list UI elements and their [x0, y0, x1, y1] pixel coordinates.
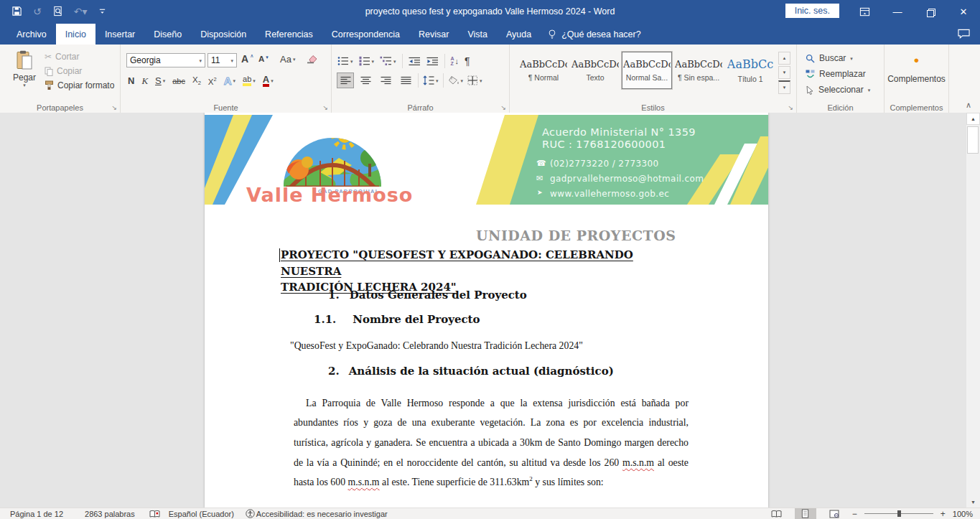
- styles-gallery-more[interactable]: ▼: [778, 80, 790, 94]
- increase-indent-button[interactable]: [426, 57, 439, 66]
- show-marks-button[interactable]: ¶: [465, 55, 470, 67]
- style-sin-espaciado[interactable]: AaBbCcDc¶ Sin espa...: [673, 52, 724, 89]
- spellcheck-word: m.s.n.m: [622, 457, 654, 468]
- tab-diseno[interactable]: Diseño: [144, 24, 191, 45]
- shrink-font-button[interactable]: A▾: [258, 55, 269, 63]
- shading-button[interactable]: ▾: [448, 75, 464, 85]
- close-button[interactable]: ✕: [947, 0, 980, 24]
- proofing-icon[interactable]: [149, 510, 160, 518]
- font-size-combo[interactable]: 11▾: [207, 53, 237, 67]
- select-button[interactable]: Seleccionar▾: [806, 82, 870, 98]
- tab-archivo[interactable]: Archivo: [7, 24, 56, 45]
- comments-icon[interactable]: [958, 29, 970, 39]
- document-page[interactable]: GAD PARROQUIAL Valle Hermoso Acuerdo Min…: [205, 113, 768, 508]
- font-dialog-launcher[interactable]: ↘: [322, 104, 328, 111]
- find-button[interactable]: Buscar▾: [806, 50, 870, 66]
- print-preview-icon[interactable]: [52, 6, 63, 17]
- project-name-quote: "QuesoFest y ExpoGanado: Celebrando Nues…: [290, 340, 583, 352]
- addins-button[interactable]: ● Complementos: [885, 55, 948, 84]
- document-area[interactable]: GAD PARROQUIAL Valle Hermoso Acuerdo Min…: [0, 113, 980, 508]
- tab-correspondencia[interactable]: Correspondencia: [322, 24, 409, 45]
- clipboard-dialog-launcher[interactable]: ↘: [111, 104, 117, 111]
- clear-format-icon[interactable]: [306, 54, 317, 64]
- style-texto[interactable]: AaBbCcDcTexto: [570, 52, 620, 89]
- font-name-combo[interactable]: Georgia▾: [126, 53, 205, 67]
- decrease-indent-button[interactable]: [409, 57, 421, 66]
- save-icon[interactable]: [11, 6, 22, 17]
- cut-button: ✂Cortar: [45, 52, 114, 62]
- quick-access-toolbar: ↺ ↶▾: [11, 6, 106, 17]
- sign-in-button[interactable]: Inic. ses.: [785, 4, 839, 18]
- scroll-down-icon[interactable]: ▼: [966, 496, 980, 508]
- style-titulo-1[interactable]: AaBbCcTítulo 1: [725, 52, 775, 89]
- collapse-ribbon-icon[interactable]: ∧: [966, 100, 971, 110]
- zoom-in-button[interactable]: +: [941, 509, 946, 519]
- zoom-out-button[interactable]: −: [852, 509, 857, 519]
- style-normal-sa[interactable]: AaBbCcDcNormal Sa...: [622, 52, 672, 89]
- font-color-button[interactable]: A▾: [263, 75, 274, 87]
- web-layout-button[interactable]: [823, 508, 845, 519]
- align-left-button[interactable]: [337, 73, 353, 88]
- borders-button[interactable]: ▾: [467, 75, 482, 85]
- page-indicator[interactable]: Página 1 de 12: [10, 510, 63, 518]
- zoom-slider-handle[interactable]: [897, 510, 901, 517]
- paragraph-dialog-launcher[interactable]: ↘: [500, 104, 506, 111]
- numbering-button[interactable]: ▾: [359, 56, 375, 66]
- clipboard-icon: [17, 50, 32, 70]
- ribbon-display-options-icon[interactable]: [848, 0, 881, 24]
- highlight-button[interactable]: ab▾: [243, 75, 256, 86]
- style-normal[interactable]: AaBbCcDc¶ Normal: [518, 52, 569, 89]
- minimize-button[interactable]: —: [881, 0, 914, 24]
- print-layout-button[interactable]: [795, 508, 816, 519]
- word-count[interactable]: 2863 palabras: [85, 510, 135, 518]
- grow-font-button[interactable]: A∧: [241, 53, 253, 65]
- heading-1-1: 1.1.Nombre del Proyecto: [314, 313, 480, 326]
- change-case-button[interactable]: Aa▾: [280, 54, 295, 65]
- bold-button[interactable]: N: [128, 75, 134, 86]
- replace-button[interactable]: Reemplazar: [806, 66, 870, 82]
- accessibility-status[interactable]: Accesibilidad: es necesario investigar: [256, 510, 388, 518]
- customize-qat-icon[interactable]: [98, 7, 106, 16]
- zoom-percent[interactable]: 100%: [953, 510, 973, 518]
- underline-button[interactable]: S▾: [155, 75, 165, 86]
- tab-vista[interactable]: Vista: [458, 24, 497, 45]
- italic-button[interactable]: K: [141, 75, 148, 87]
- styles-scroll-up[interactable]: ▲: [778, 52, 790, 65]
- styles-scroll-down[interactable]: ▼: [778, 66, 790, 79]
- subscript-button[interactable]: X2: [192, 75, 201, 86]
- status-bar-right: − + 100%: [766, 508, 980, 519]
- tab-referencias[interactable]: Referencias: [256, 24, 322, 45]
- superscript-button[interactable]: X2: [208, 76, 217, 86]
- strikethrough-button[interactable]: abc: [172, 77, 185, 85]
- styles-dialog-launcher[interactable]: ↘: [788, 104, 793, 111]
- tab-insertar[interactable]: Insertar: [95, 24, 144, 45]
- vertical-scrollbar[interactable]: ▲ ▼: [966, 113, 980, 508]
- multilevel-list-button[interactable]: ▾: [380, 56, 396, 66]
- tell-me-search[interactable]: ¿Qué desea hacer?: [541, 24, 648, 45]
- text-effects-button[interactable]: A▾: [224, 75, 235, 87]
- align-right-button[interactable]: [378, 73, 393, 88]
- scroll-up-icon[interactable]: ▲: [966, 113, 980, 125]
- restore-button[interactable]: [914, 0, 947, 24]
- align-center-button[interactable]: [358, 73, 373, 88]
- zoom-slider[interactable]: [864, 508, 933, 519]
- bullets-button[interactable]: ▾: [337, 56, 353, 66]
- tab-inicio[interactable]: Inicio: [56, 24, 95, 45]
- tab-revisar[interactable]: Revisar: [409, 24, 458, 45]
- sort-button[interactable]: AZ↓: [451, 56, 459, 66]
- tab-ayuda[interactable]: Ayuda: [497, 24, 541, 45]
- read-mode-button[interactable]: [766, 508, 788, 519]
- group-clipboard: Pegar ▾ ✂Cortar Copiar Copiar formato Po…: [0, 45, 121, 113]
- format-painter-button[interactable]: Copiar formato: [45, 80, 114, 90]
- line-spacing-button[interactable]: ▾: [423, 75, 439, 85]
- scissors-icon: ✂: [45, 52, 52, 62]
- language-indicator[interactable]: Español (Ecuador): [169, 510, 234, 518]
- email-line: gadprvallehermoso@hotmail.com: [550, 174, 704, 184]
- word-window: ↺ ↶▾ proyecto queso fest y expoganado Va…: [0, 0, 980, 519]
- scrollbar-thumb[interactable]: [967, 126, 979, 154]
- paste-button[interactable]: Pegar ▾: [6, 50, 43, 88]
- tab-disposicion[interactable]: Disposición: [191, 24, 256, 45]
- justify-button[interactable]: [398, 73, 414, 88]
- accessibility-icon[interactable]: [246, 509, 255, 518]
- ruc-line: RUC : 1768120600001: [542, 139, 666, 150]
